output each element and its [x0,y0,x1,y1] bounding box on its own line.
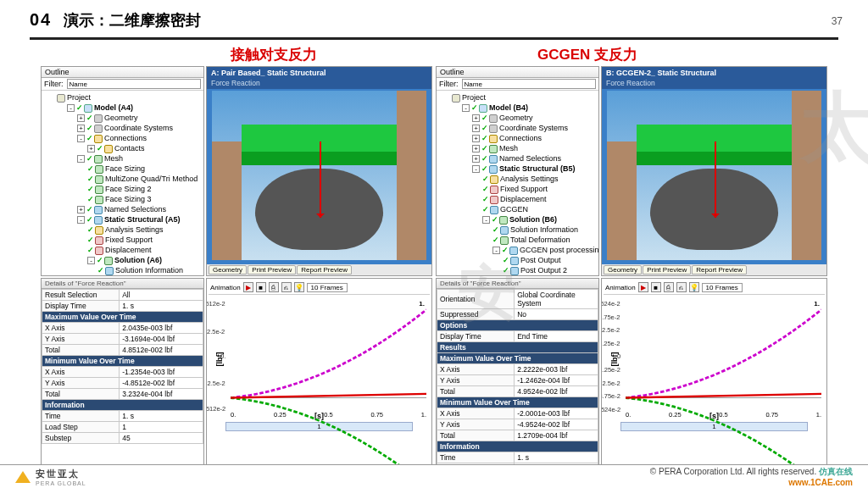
details-panel-right: Details of "Force Reaction" OrientationG… [436,278,599,486]
mesh-item-icon [95,165,103,174]
deform-icon [500,236,509,245]
page-number: 37 [832,15,843,27]
model-tree-right[interactable]: Project -✓Model (B4) +✓Geometry +✓Coordi… [437,91,598,276]
geometry-icon [489,114,498,123]
settings-icon [95,226,103,235]
viewport-subtitle: Force Reaction [207,79,431,89]
tab-geometry[interactable]: Geometry [604,265,642,274]
frame-button[interactable]: ⎙ [269,282,279,292]
model-icon [84,104,92,113]
frame-button-2[interactable]: ⎌ [676,282,687,292]
force-arrow-icon [320,141,321,218]
play-button[interactable]: ▶ [243,282,253,292]
section-title: 演示：二维摩擦密封 [64,10,201,30]
viewport-left[interactable]: A: Pair Based_ Static Structural Force R… [206,66,432,276]
tab-print-preview[interactable]: Print Preview [643,265,691,274]
stop-button[interactable]: ■ [651,282,661,292]
project-icon [57,94,65,103]
details-title: Details of "Force Reaction" [42,279,203,289]
subtitle-left: 接触对支反力 [231,45,317,64]
stop-button[interactable]: ■ [256,282,266,292]
gcgen-post-icon [509,247,518,255]
connections-icon [94,135,103,143]
force-arrow-icon [715,141,716,218]
coord-icon [489,125,498,133]
settings-icon [490,175,498,184]
suppressed-field[interactable]: No [515,309,598,320]
footer: 安世亚太 PERA GLOBAL © PERA Corporation Ltd.… [0,464,868,488]
support-icon [490,186,498,194]
filter-label: Filter: [44,80,64,88]
named-icon [489,155,498,164]
solinfo-icon [105,267,114,275]
tab-print-preview[interactable]: Print Preview [248,265,296,274]
play-button[interactable]: ▶ [638,282,648,292]
solution-icon [499,216,508,225]
frame-button[interactable]: ⎙ [664,282,674,292]
tab-report-preview[interactable]: Report Preview [297,265,352,274]
filter-input[interactable] [462,79,597,89]
display-time[interactable]: 1. s [120,301,203,312]
subtitle-right: GCGEN 支反力 [537,45,637,64]
mesh-item-icon [95,175,103,184]
mesh-item-icon [95,196,103,204]
logo-icon [15,471,31,483]
gcgen-icon [490,206,498,214]
animation-label: Animation [210,284,241,291]
viewport-right[interactable]: B: GCGEN-2_ Static Structural Force Reac… [601,66,827,276]
mesh-icon [94,155,103,164]
brand-sub: PERA GLOBAL [36,480,86,486]
bulb-icon[interactable]: 💡 [294,282,304,292]
contacts-icon [104,145,113,153]
chart-left[interactable]: [lbf] 1. 4.8512e-2 2.5e-2 0. -2.5e-2 -4.… [231,300,426,410]
post-output-icon [510,267,519,275]
model-icon [479,104,487,113]
scene [212,91,426,260]
scene [607,91,821,260]
chart-right[interactable]: [lbf] 1. 4.9524e-2 3.75e-2 2.5e-2 1.25e-… [626,300,821,410]
brand-name: 安世亚太 [36,468,86,480]
model-tree[interactable]: Project -✓Model (A4) +✓Geometry +✓Coordi… [42,91,203,276]
bulb-icon[interactable]: 💡 [689,282,699,292]
displacement-icon [95,247,103,255]
outline-panel-right: Outline Filter: Project -✓Model (B4) +✓G… [436,66,599,276]
watermark-text-2: www.1CAE.com [788,478,853,487]
tab-report-preview[interactable]: Report Preview [692,265,747,274]
static-icon [94,216,103,225]
viewport-tabs[interactable]: Geometry Print Preview Report Preview [207,264,431,275]
geometry-icon [94,114,103,123]
coord-icon [94,125,103,133]
tab-geometry[interactable]: Geometry [209,265,247,274]
named-icon [94,206,103,214]
graph-panel-right: Animation ▶ ■ ⎙ ⎌ 💡 10 Frames [lbf] 1. 4… [601,278,827,486]
expand-icon[interactable]: - [67,104,75,112]
outline-panel-left: Outline Filter: Project -✓Model (A4) +✓G… [41,66,204,276]
watermark-text-1: 仿真在线 [819,467,853,476]
orientation-field[interactable]: Global Coordinate System [515,290,598,309]
mesh-icon [489,145,498,153]
frame-button-2[interactable]: ⎌ [281,282,292,292]
displacement-icon [490,196,498,204]
header-rule [30,37,838,40]
section-number: 04 [30,10,52,30]
result-selection[interactable]: All [120,290,203,301]
outline-title: Outline [42,67,203,78]
filter-input[interactable] [67,79,202,89]
project-icon [452,94,460,103]
details-panel-left: Details of "Force Reaction" Result Selec… [41,278,204,486]
viewport-tabs[interactable]: Geometry Print Preview Report Preview [602,264,826,275]
solution-icon [104,257,113,265]
mesh-item-icon [95,186,103,194]
frames-field[interactable]: 10 Frames [702,283,743,292]
support-icon [95,236,103,245]
post-output-icon [510,257,519,265]
viewport-title: A: Pair Based_ Static Structural [207,67,431,79]
copyright: © PERA Corporation Ltd. All rights reser… [650,467,816,476]
solinfo-icon [500,226,509,235]
graph-panel-left: Animation ▶ ■ ⎙ ⎌ 💡 10 Frames [lbf] 1. 4… [206,278,432,486]
connections-icon [489,135,498,143]
frames-field[interactable]: 10 Frames [307,283,348,292]
static-icon [489,165,498,174]
